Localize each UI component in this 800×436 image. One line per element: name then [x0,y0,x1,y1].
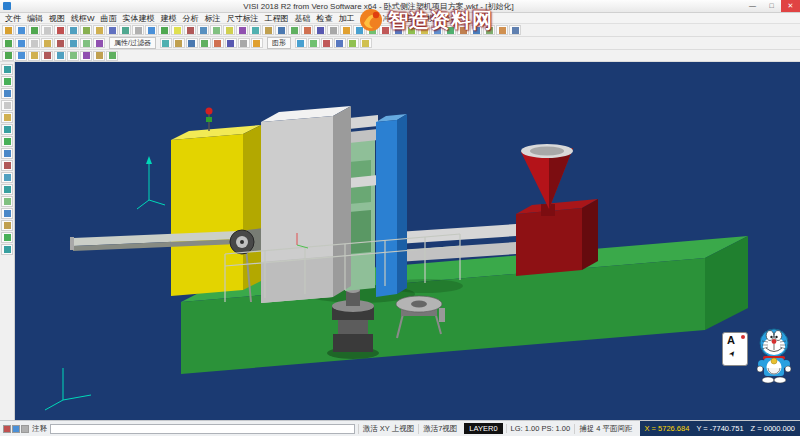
toolbar-icon[interactable] [145,25,157,35]
toolbar-icon[interactable] [12,425,20,433]
close-button[interactable]: ✕ [781,0,800,12]
menu-item[interactable]: 建模 [158,13,180,24]
toolbar-icon[interactable] [340,25,352,35]
toolbar-icon[interactable] [106,25,118,35]
toolbar-icon[interactable] [54,25,66,35]
toolbar-icon[interactable] [184,25,196,35]
toolbar-icon[interactable] [171,25,183,35]
menu-item[interactable]: 尺寸标注 [224,13,262,24]
toolbar-icon[interactable] [347,38,359,48]
menu-item[interactable]: 检查 [314,13,336,24]
toolbar-icon[interactable] [496,25,508,35]
toolbar-icon[interactable] [54,38,66,48]
toolbar-icon[interactable] [483,25,495,35]
toolbar-icon[interactable] [67,25,79,35]
toolbar-icon[interactable] [80,25,92,35]
toolbar-icon[interactable] [41,25,53,35]
toolbar-icon[interactable] [93,38,105,48]
note-input[interactable] [50,424,355,434]
toolbar-icon[interactable] [470,25,482,35]
toolbar-icon[interactable] [1,100,13,111]
toolbar-icon[interactable] [236,25,248,35]
toolbar-icon[interactable] [1,136,13,147]
graphics-panel-tab[interactable]: 图形 [267,37,291,49]
toolbar-icon[interactable] [223,25,235,35]
fixed-platen-block[interactable] [261,106,351,303]
menu-item[interactable]: 视图 [46,13,68,24]
toolbar-icon[interactable] [67,38,79,48]
toolbar-icon[interactable] [251,38,263,48]
toolbar-icon[interactable] [301,25,313,35]
toolbar-icon[interactable] [93,51,105,61]
toolbar-icon[interactable] [314,25,326,35]
toolbar-icon[interactable] [197,25,209,35]
toolbar-icon[interactable] [21,425,29,433]
menu-item[interactable]: 模流分析 [424,13,462,24]
toolbar-icon[interactable] [288,25,300,35]
toolbar-icon[interactable] [1,124,13,135]
toolbar-icon[interactable] [308,38,320,48]
menu-item[interactable]: 电极 [402,13,424,24]
menu-item[interactable]: 曲面 [98,13,120,24]
toolbar-icon[interactable] [509,25,521,35]
menu-item[interactable]: 实体建模 [120,13,158,24]
3d-scene-canvas[interactable] [15,62,800,420]
toolbar-icon[interactable] [379,25,391,35]
toolbar-icon[interactable] [15,51,27,61]
toolbar-icon[interactable] [418,25,430,35]
toolbar-icon[interactable] [334,38,346,48]
toolbar-icon[interactable] [392,25,404,35]
toolbar-icon[interactable] [93,25,105,35]
toolbar-icon[interactable] [295,38,307,48]
toolbar-icon[interactable] [444,25,456,35]
toolbar-icon[interactable] [366,25,378,35]
toolbar-icon[interactable] [3,425,11,433]
toolbar-icon[interactable] [28,25,40,35]
toolbar-icon[interactable] [225,38,237,48]
toolbar-icon[interactable] [80,51,92,61]
toolbar-icon[interactable] [249,25,261,35]
toolbar-icon[interactable] [1,196,13,207]
toolbar-icon[interactable] [119,25,131,35]
layer-badge[interactable]: LAYER0 [464,423,502,434]
toolbar-icon[interactable] [15,25,27,35]
toolbar-icon[interactable] [67,51,79,61]
toolbar-icon[interactable] [1,184,13,195]
toolbar-icon[interactable] [1,244,13,255]
toolbar-icon[interactable] [1,148,13,159]
toolbar-icon[interactable] [275,25,287,35]
toolbar-icon[interactable] [1,220,13,231]
toolbar-icon[interactable] [132,25,144,35]
toolbar-icon[interactable] [1,64,13,75]
toolbar-icon[interactable] [212,38,224,48]
toolbar-icon[interactable] [1,172,13,183]
menu-item[interactable]: 基础 [292,13,314,24]
toolbar-icon[interactable] [173,38,185,48]
toolbar-icon[interactable] [1,112,13,123]
toolbar-icon[interactable] [2,25,14,35]
toolbar-icon[interactable] [1,160,13,171]
toolbar-icon[interactable] [1,76,13,87]
menu-item[interactable]: 冲模 [380,13,402,24]
toolbar-icon[interactable] [321,38,333,48]
maximize-button[interactable]: □ [762,0,781,12]
toolbar-icon[interactable] [2,51,14,61]
toolbar-icon[interactable] [158,25,170,35]
menu-item[interactable]: 编辑 [24,13,46,24]
menu-item[interactable]: 文件 [2,13,24,24]
toolbar-icon[interactable] [353,25,365,35]
toolbar-icon[interactable] [405,25,417,35]
menu-item[interactable]: 标注 [202,13,224,24]
menu-item[interactable]: 分析 [180,13,202,24]
minimize-button[interactable]: — [743,0,762,12]
menu-item[interactable]: 线框W [68,13,98,24]
toolbar-icon[interactable] [1,88,13,99]
toolbar-icon[interactable] [199,38,211,48]
toolbar-icon[interactable] [210,25,222,35]
toolbar-icon[interactable] [80,38,92,48]
toolbar-icon[interactable] [106,51,118,61]
toolbar-icon[interactable] [327,25,339,35]
toolbar-icon[interactable] [41,38,53,48]
menu-item[interactable]: 工模 [358,13,380,24]
toolbar-icon[interactable] [1,232,13,243]
